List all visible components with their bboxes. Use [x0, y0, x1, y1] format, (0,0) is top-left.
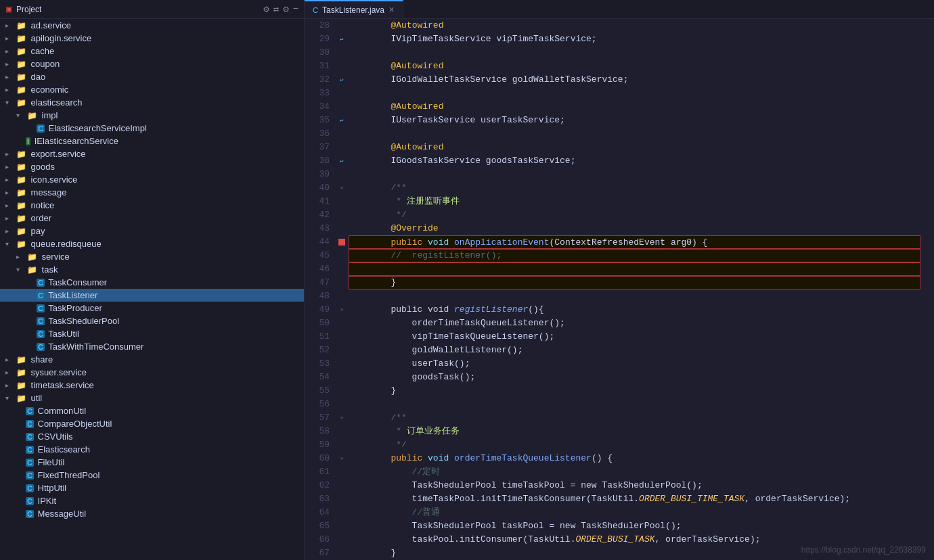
tree-item-dao[interactable]: ▸📁 dao [0, 70, 304, 83]
code-line-48 [349, 289, 920, 303]
tree-item-apilogin_service[interactable]: ▸📁 apilogin.service [0, 32, 304, 45]
code-line-50: orderTimeTaskQueueListener(); [349, 317, 920, 330]
no-arrow [16, 137, 26, 145]
tree-item-TaskProducer[interactable]: C TaskProducer [0, 302, 304, 314]
tree-item-export_service[interactable]: ▸📁 export.service [0, 147, 304, 160]
token [349, 61, 391, 71]
tree-item-service[interactable]: ▸📁 service [0, 250, 304, 263]
code-line-28: @Autowired [349, 19, 920, 32]
code-line-56 [349, 398, 920, 411]
code-line-54: goodsTask(); [349, 371, 920, 384]
tree-item-IElasticsearchService[interactable]: I IElasticsearchService [0, 135, 304, 147]
tree-item-TaskShedulerPool[interactable]: C TaskShedulerPool [0, 314, 304, 327]
tree-item-MessageUtil[interactable]: C MessageUtil [0, 507, 304, 520]
tree-item-notice[interactable]: ▸📁 notice [0, 199, 304, 212]
tree-item-share[interactable]: ▸📁 share [0, 353, 304, 366]
tree-item-label: ad.service [27, 20, 304, 30]
tree-item-TaskConsumer[interactable]: C TaskConsumer [0, 276, 304, 289]
tree-item-queue_redisqueue[interactable]: ▾📁 queue.redisqueue [0, 237, 304, 250]
tree-item-task[interactable]: ▾📁 task [0, 263, 304, 276]
tree-item-goods[interactable]: ▸📁 goods [0, 160, 304, 173]
token [349, 20, 391, 30]
tab-close-icon[interactable]: ✕ [388, 5, 395, 14]
folder-arrow: ▾ [5, 99, 15, 106]
line-number-67: 67 [310, 546, 330, 560]
tree-item-CommonUtil[interactable]: C CommonUtil [0, 404, 304, 417]
code-line-30 [349, 46, 920, 60]
tree-item-pay[interactable]: ▸📁 pay [0, 225, 304, 237]
line-number-41: 41 [310, 195, 330, 208]
tab-tasklistener[interactable]: C TaskListener.java ✕ [305, 0, 403, 18]
tree-item-Elasticsearch[interactable]: C Elasticsearch [0, 443, 304, 456]
tree-item-impl[interactable]: ▾📁 impl [0, 109, 304, 122]
folder-icon: 📁 [15, 239, 27, 249]
gutter-item-63 [335, 492, 349, 506]
no-arrow [16, 407, 26, 415]
tree-item-icon_service[interactable]: ▸📁 icon.service [0, 173, 304, 186]
tree-item-TaskUtil[interactable]: C TaskUtil [0, 327, 304, 340]
folder-arrow: ▸ [16, 253, 26, 260]
tree-item-TaskListener[interactable]: C TaskListener [0, 289, 304, 302]
token: */ [349, 440, 407, 450]
token: * [349, 426, 407, 436]
token: public [391, 237, 422, 248]
line-number-43: 43 [310, 222, 330, 235]
tree-item-IPKit[interactable]: C IPKit [0, 494, 304, 507]
code-line-43: @Override [349, 222, 920, 235]
gutter-item-61 [335, 465, 349, 479]
tree-item-label: FixedThredPool [34, 470, 304, 480]
editor-gutter: ↩↩↩↩▾▾▾▾ [335, 19, 349, 560]
no-arrow [16, 446, 26, 453]
tree-item-sysuer_service[interactable]: ▸📁 sysuer.service [0, 366, 304, 379]
token: ORDER_BUSI_TASK [575, 534, 654, 544]
folder-arrow: ▸ [5, 22, 15, 29]
token: IGoodsTaskService goodsTaskService; [349, 156, 575, 166]
line-number-40: 40 [310, 181, 330, 195]
tree-item-HttpUtil[interactable]: C HttpUtil [0, 482, 304, 494]
tree-item-economic[interactable]: ▸📁 economic [0, 83, 304, 96]
editor-panel: C TaskListener.java ✕ 282930313233343536… [305, 0, 934, 560]
token: 注册监听事件 [407, 196, 460, 206]
folder-arrow: ▾ [16, 112, 26, 119]
interface-icon: I [26, 137, 30, 145]
token [349, 101, 391, 112]
token: /** [349, 413, 407, 423]
tree-item-elasticsearch[interactable]: ▾📁 elasticsearch [0, 96, 304, 109]
folder-icon: 📁 [15, 227, 27, 236]
code-line-47: } [349, 276, 920, 289]
code-line-39 [349, 168, 920, 181]
tree-item-cache[interactable]: ▸📁 cache [0, 45, 304, 57]
tree-item-CompareObjectUtil[interactable]: C CompareObjectUtil [0, 417, 304, 430]
gutter-item-29: ↩ [335, 32, 349, 46]
settings-icon[interactable]: ⚙ [263, 3, 269, 15]
tree-item-ElasticsearchServiceImpl[interactable]: C ElasticsearchServiceImpl [0, 122, 304, 135]
line-number-52: 52 [310, 344, 330, 357]
token: IGoldWalletTaskService goldWalletTaskSer… [349, 74, 628, 85]
tree-item-label: util [27, 393, 304, 403]
tree-item-timetask_service[interactable]: ▸📁 timetask.service [0, 379, 304, 392]
tree-item-FixedThredPool[interactable]: C FixedThredPool [0, 469, 304, 482]
token: , orderTaskService); [655, 534, 761, 544]
tree-item-CSVUtils[interactable]: C CSVUtils [0, 430, 304, 443]
gear-icon[interactable]: ⚙ [283, 3, 288, 15]
code-area[interactable]: @Autowired IVipTimeTaskService vipTimeTa… [349, 19, 934, 560]
tree-item-ad_service[interactable]: ▸📁 ad.service [0, 19, 304, 32]
line-number-31: 31 [310, 60, 330, 73]
minus-icon[interactable]: − [293, 3, 298, 15]
tree-item-FileUtil[interactable]: C FileUtil [0, 456, 304, 469]
tree-item-coupon[interactable]: ▸📁 coupon [0, 57, 304, 70]
tree-item-order[interactable]: ▸📁 order [0, 212, 304, 225]
tree-item-message[interactable]: ▸📁 message [0, 186, 304, 199]
tree-item-util[interactable]: ▾📁 util [0, 392, 304, 404]
tree-item-label: MessageUtil [34, 509, 304, 519]
tree-item-TaskWithTimeConsumer[interactable]: C TaskWithTimeConsumer [0, 340, 304, 353]
token: void [422, 237, 454, 248]
token: IVipTimeTaskService vipTimeTaskService; [349, 34, 597, 44]
tree-item-label: CompareObjectUtil [34, 419, 304, 429]
editor-content[interactable]: 2829303132333435363738394041424344454647… [305, 19, 934, 560]
code-line-57: /** [349, 411, 920, 425]
gutter-item-64 [335, 506, 349, 519]
autowired-gutter: ↩ [340, 36, 343, 43]
folder-icon: 📁 [15, 394, 27, 403]
sync-icon[interactable]: ⇄ [273, 3, 279, 15]
